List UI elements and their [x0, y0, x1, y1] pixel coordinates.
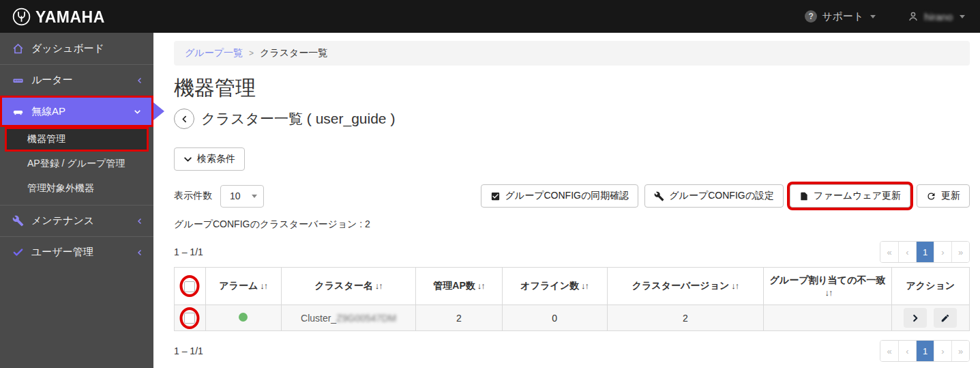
header-managed-ap[interactable]: 管理AP数↓↑ [416, 268, 503, 305]
header-cluster-name[interactable]: クラスター名↓↑ [281, 268, 415, 305]
sidebar-subitem-unmanaged[interactable]: 管理対象外機器 [0, 176, 153, 201]
pagination-top: « ‹ 1 › » [880, 241, 970, 263]
search-conditions-button[interactable]: 検索条件 [174, 147, 245, 171]
row-checkbox[interactable] [184, 313, 195, 324]
page-size-select[interactable]: 10 [220, 185, 264, 208]
result-range-bottom: 1 – 1/1 [174, 345, 203, 356]
caret-down-icon [960, 15, 965, 18]
chevron-down-icon [133, 107, 142, 116]
table-row: Cluster_Z9G00547DM 2 0 2 [175, 305, 970, 331]
sidebar-label: 無線AP [31, 105, 65, 118]
group-config-version-text: グループCONFIGのクラスターバージョン : 2 [174, 218, 970, 231]
sidebar-item-user-mgmt[interactable]: ユーザー管理 [0, 236, 153, 268]
router-icon [12, 74, 24, 86]
sort-icon: ↓↑ [477, 281, 485, 291]
wrench-icon [12, 215, 24, 227]
result-range-top: 1 – 1/1 [174, 246, 203, 257]
help-icon: ? [805, 10, 817, 23]
sidebar-item-router[interactable]: ルーター [0, 64, 153, 96]
support-label: サポート [822, 10, 863, 23]
sidebar-label: AP登録 / グループ管理 [27, 158, 125, 170]
chevron-left-icon [136, 76, 144, 85]
back-button[interactable] [174, 109, 194, 129]
chevron-left-icon [136, 249, 144, 257]
sort-icon: ↓↑ [260, 281, 267, 291]
table-header-row: アラーム↓↑ クラスター名↓↑ 管理AP数↓↑ オフライン数↓↑ クラスターバー… [175, 268, 970, 305]
action-cell [891, 305, 969, 331]
refresh-button[interactable]: 更新 [917, 184, 970, 208]
header-action: アクション [891, 268, 969, 305]
user-menu[interactable]: hirano [907, 10, 965, 23]
pagination-first[interactable]: « [880, 341, 898, 361]
sort-icon: ↓↑ [731, 281, 739, 291]
sidebar-subitem-device-mgmt[interactable]: 機器管理 [5, 127, 149, 152]
sidebar-item-dashboard[interactable]: ダッシュボード [0, 33, 153, 64]
chevron-left-icon [136, 217, 144, 225]
sidebar-label: ダッシュボード [31, 42, 104, 55]
sort-icon: ↓↑ [375, 281, 383, 291]
pagination-page-1[interactable]: 1 [916, 242, 934, 262]
header-alarm[interactable]: アラーム↓↑ [205, 268, 281, 305]
offline-cell: 0 [502, 305, 607, 331]
support-menu[interactable]: ? サポート [805, 10, 876, 23]
pagination-next[interactable]: › [934, 242, 951, 262]
header-group-mismatch[interactable]: グループ割り当ての不一致↓↑ [764, 268, 891, 305]
access-point-icon [12, 106, 24, 117]
breadcrumb: グループ一覧 > クラスター一覧 [174, 41, 970, 66]
sidebar-subitem-ap-group[interactable]: AP登録 / グループ管理 [0, 152, 153, 176]
masked-serial: Z9G00547DM [336, 313, 396, 324]
sidebar-label: メンテナンス [31, 214, 94, 227]
cluster-list-subtitle: クラスター一覧 ( user_guide ) [201, 109, 395, 128]
top-bar: YAMAHA ? サポート hirano [0, 0, 980, 33]
annotation-arrow [153, 102, 164, 120]
sort-icon: ↓↑ [825, 287, 832, 298]
pagination-prev[interactable]: ‹ [898, 341, 916, 361]
wrench-icon [654, 191, 664, 201]
pagination-first[interactable]: « [880, 242, 898, 262]
brand-text: YAMAHA [35, 6, 105, 26]
sidebar-label: 機器管理 [27, 133, 65, 145]
pagination-page-1[interactable]: 1 [916, 341, 934, 361]
check-icon [12, 246, 24, 258]
status-ok-dot [239, 313, 248, 322]
cluster-name-cell: Cluster_Z9G00547DM [281, 305, 415, 331]
main-content: グループ一覧 > クラスター一覧 機器管理 クラスター一覧 ( user_gui… [153, 33, 980, 368]
page-title: 機器管理 [174, 74, 970, 102]
pagination-last[interactable]: » [951, 341, 969, 361]
breadcrumb-current: クラスター一覧 [260, 47, 327, 59]
sidebar-item-wireless-ap[interactable]: 無線AP [0, 96, 153, 127]
header-offline[interactable]: オフライン数↓↑ [502, 268, 607, 305]
refresh-icon [926, 191, 936, 201]
select-all-checkbox[interactable] [184, 281, 195, 292]
sidebar: ダッシュボード ルーター 無線AP 機器管理 AP登録 / [0, 33, 153, 368]
page-size-label: 表示件数 [174, 190, 212, 202]
managed-ap-cell: 2 [416, 305, 503, 331]
username: hirano [924, 11, 953, 23]
config-settings-button[interactable]: グループCONFIGの設定 [644, 184, 784, 208]
open-cluster-button[interactable] [904, 308, 927, 328]
yamaha-tuning-fork-icon [12, 8, 31, 26]
yamaha-logo: YAMAHA [12, 8, 105, 26]
row-select-cell [175, 305, 206, 331]
sidebar-label: 管理対象外機器 [27, 182, 94, 195]
cluster-version-cell: 2 [607, 305, 764, 331]
pagination-bottom: « ‹ 1 › » [880, 340, 970, 362]
pagination-prev[interactable]: ‹ [898, 242, 916, 262]
pagination-last[interactable]: » [951, 242, 969, 262]
header-cluster-version[interactable]: クラスターバージョン↓↑ [607, 268, 764, 305]
pagination-next[interactable]: › [934, 341, 951, 361]
check-square-icon [490, 191, 501, 201]
sort-icon: ↓↑ [581, 281, 589, 291]
breadcrumb-link-groups[interactable]: グループ一覧 [185, 47, 243, 59]
file-icon [799, 191, 809, 201]
caret-down-icon [870, 15, 876, 18]
alarm-cell [205, 305, 281, 331]
home-icon [12, 43, 24, 55]
sidebar-label: ルーター [31, 74, 73, 87]
sidebar-item-maintenance[interactable]: メンテナンス [0, 205, 153, 236]
cluster-table: アラーム↓↑ クラスター名↓↑ 管理AP数↓↑ オフライン数↓↑ クラスターバー… [174, 267, 970, 331]
config-sync-check-button[interactable]: グループCONFIGの同期確認 [481, 184, 639, 208]
edit-cluster-button[interactable] [934, 308, 957, 328]
firmware-update-button[interactable]: ファームウェア更新 [790, 184, 910, 208]
user-icon [907, 10, 919, 23]
